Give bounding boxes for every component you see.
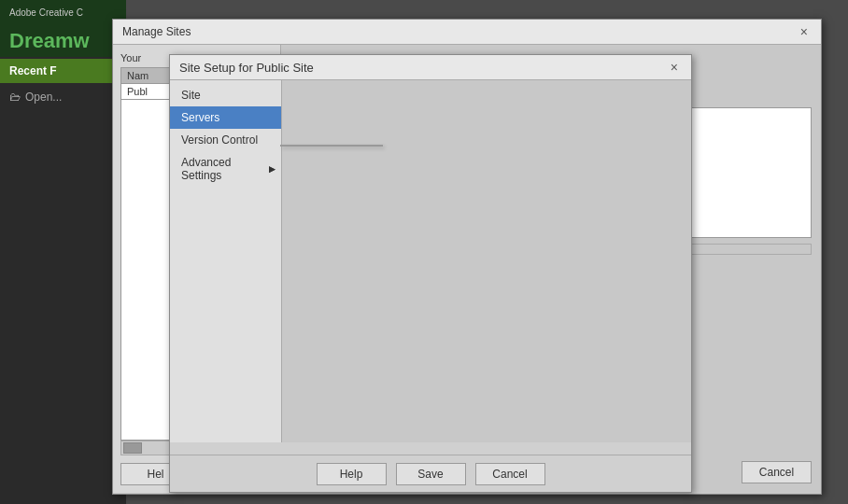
site-setup-close-button[interactable]: × — [667, 60, 682, 75]
scrollbar-thumb[interactable] — [123, 442, 142, 454]
open-item[interactable]: 🗁 Open... — [0, 83, 126, 111]
recent-bar: Recent F — [0, 59, 126, 83]
site-setup-main — [282, 80, 691, 442]
folder-icon: 🗁 — [9, 91, 21, 104]
site-setup-body: Site Servers Version Control Advanced Se… — [170, 80, 691, 442]
nav-item-version-control[interactable]: Version Control — [170, 129, 281, 151]
site-setup-nav: Site Servers Version Control Advanced Se… — [170, 80, 282, 442]
manage-sites-close-button[interactable]: × — [797, 24, 812, 39]
manage-sites-titlebar: Manage Sites × — [113, 20, 821, 45]
advanced-settings-submenu — [280, 145, 383, 147]
manage-cancel-button[interactable]: Cancel — [742, 461, 812, 483]
nav-item-advanced-settings[interactable]: Advanced Settings ▶ — [170, 151, 281, 187]
manage-sites-dialog: Manage Sites × Your Nam Publ Hel b. The … — [112, 19, 822, 495]
chevron-right-icon: ▶ — [269, 164, 276, 174]
manage-right-footer: Cancel — [742, 461, 812, 483]
site-setup-title: Site Setup for Public Site — [179, 61, 314, 75]
site-setup-dialog: Site Setup for Public Site × Site Server… — [169, 54, 692, 493]
site-setup-cancel-button[interactable]: Cancel — [475, 463, 545, 485]
site-setup-footer: Help Save Cancel — [170, 455, 691, 492]
manage-sites-title: Manage Sites — [122, 25, 191, 38]
sidebar-company: Adobe Creative C — [0, 0, 126, 25]
app-name: Dreamw — [0, 25, 126, 57]
nav-item-site[interactable]: Site — [170, 84, 281, 106]
site-setup-help-button[interactable]: Help — [317, 463, 387, 485]
nav-item-servers[interactable]: Servers — [170, 106, 281, 129]
site-setup-titlebar: Site Setup for Public Site × — [170, 55, 691, 80]
dw-sidebar: Adobe Creative C Dreamw Recent F 🗁 Open.… — [0, 0, 126, 504]
manage-sites-content: Your Nam Publ Hel b. The settings P) or … — [113, 45, 821, 493]
site-setup-save-button[interactable]: Save — [396, 463, 466, 485]
